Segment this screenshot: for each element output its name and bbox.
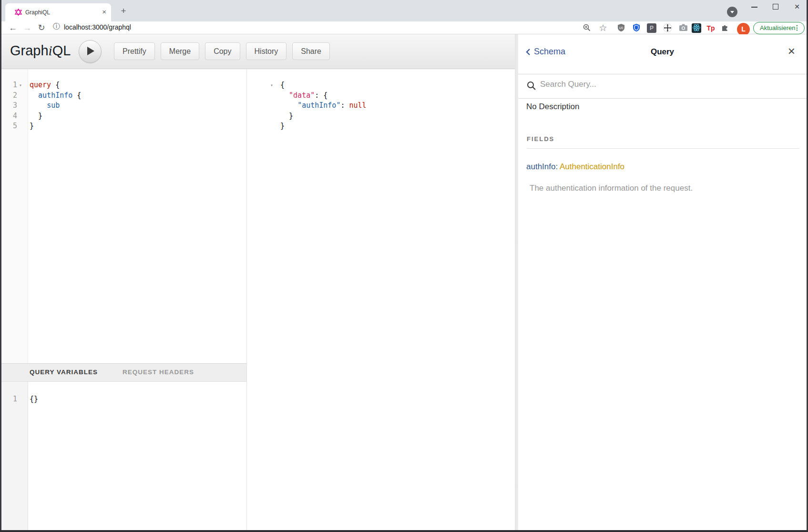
doc-search-input[interactable]: [539, 79, 789, 90]
code-line: "authInfo": null: [257, 101, 515, 111]
line-number: 5: [1, 121, 17, 132]
query-editor[interactable]: 1▾query {2 authInfo {3 sub4 }5}: [1, 69, 246, 363]
code-text: authInfo {: [24, 91, 81, 101]
field-separator: :: [555, 162, 560, 171]
line-number: 3: [1, 101, 17, 111]
line-number: 2: [1, 91, 17, 101]
play-icon: [87, 47, 94, 55]
execute-query-button[interactable]: [79, 40, 102, 63]
doc-close-icon[interactable]: ×: [788, 44, 795, 59]
fold-spacer: [268, 111, 275, 122]
react-devtools-icon[interactable]: [692, 23, 701, 33]
code-line: ▾{: [257, 80, 515, 91]
fold-spacer: [17, 91, 24, 101]
kebab-menu-icon[interactable]: ⋮: [794, 24, 800, 31]
window-frame: [0, 0, 1, 532]
fold-spacer: [17, 111, 24, 122]
fold-spacer: [268, 121, 275, 132]
code-line: 3 sub: [1, 101, 246, 111]
doc-panel-title: Query: [518, 47, 807, 57]
media-controls-icon[interactable]: [727, 7, 737, 17]
tab-title: GraphiQL: [25, 9, 50, 16]
code-line: 1{}: [1, 394, 246, 405]
code-line: 4 }: [1, 111, 246, 122]
tab-query-variables[interactable]: QUERY VARIABLES: [30, 368, 98, 376]
search-icon: [527, 81, 536, 91]
window-minimize-button[interactable]: [748, 0, 761, 14]
doc-explorer-header: Schema Query ×: [518, 34, 807, 74]
tampermonkey-extension-icon[interactable]: Tp: [706, 23, 716, 33]
toolbar-button-prettify[interactable]: Prettify: [114, 42, 155, 60]
browser-tab-graphiql[interactable]: GraphiQL ×: [5, 3, 111, 21]
window-close-button[interactable]: ×: [790, 0, 804, 14]
code-text: {}: [24, 394, 38, 405]
line-number: 1: [1, 394, 17, 405]
graphiql-topbar: GraphiQL PrettifyMergeCopyHistoryShare: [1, 34, 515, 69]
address-bar[interactable]: localhost:3000/graphql: [64, 23, 131, 31]
ublock-extension-icon[interactable]: U0: [616, 23, 626, 33]
line-number: 1: [1, 80, 17, 91]
zoom-page-icon[interactable]: [582, 23, 592, 33]
graphiql-app: GraphiQL PrettifyMergeCopyHistoryShare 1…: [1, 34, 807, 530]
code-line: 5}: [1, 121, 246, 132]
result-viewer[interactable]: ▾{ "data": { "authInfo": null }}: [257, 69, 515, 530]
code-text: }: [275, 121, 285, 132]
extensions-puzzle-icon[interactable]: [720, 23, 730, 33]
fields-heading: FIELDS: [527, 135, 554, 143]
window-maximize-button[interactable]: [769, 0, 782, 14]
code-text: }: [24, 121, 34, 132]
fields-divider: [527, 148, 799, 149]
doc-panel-divider[interactable]: [515, 34, 518, 530]
tab-request-headers[interactable]: REQUEST HEADERS: [123, 368, 194, 376]
code-text: query {: [24, 80, 60, 91]
fold-spacer: [17, 101, 24, 111]
code-text: sub: [24, 101, 60, 111]
code-line: }: [257, 111, 515, 122]
new-tab-button[interactable]: +: [117, 5, 130, 17]
update-extension-button[interactable]: Aktualisieren ⋮: [753, 22, 805, 34]
tab-close-icon[interactable]: ×: [102, 8, 106, 16]
code-text: }: [275, 111, 293, 122]
line-number: 4: [1, 111, 17, 122]
fold-arrow-icon[interactable]: ▾: [268, 80, 275, 91]
fold-arrow-icon[interactable]: ▾: [17, 80, 24, 91]
page-info-icon[interactable]: ⓘ: [53, 22, 60, 31]
toolbar-buttons: PrettifyMergeCopyHistoryShare: [114, 42, 330, 60]
browser-toolbar: ← → ↻ ⓘ localhost:3000/graphql ☆ U0 P Tp…: [1, 21, 807, 34]
toolbar-button-merge[interactable]: Merge: [161, 42, 199, 60]
field-type-link[interactable]: AuthenticationInfo: [560, 162, 624, 171]
svg-text:U0: U0: [619, 26, 624, 30]
toolbar-button-share[interactable]: Share: [292, 42, 330, 60]
graphiql-logo: GraphiQL: [10, 43, 71, 59]
pane-resize-handle[interactable]: [246, 69, 257, 530]
profile-avatar[interactable]: L: [737, 23, 750, 36]
code-text: "authInfo": null: [275, 101, 367, 111]
code-line: "data": {: [257, 91, 515, 101]
fold-spacer: [17, 394, 24, 405]
window-frame: [0, 530, 808, 532]
code-line: 2 authInfo {: [1, 91, 246, 101]
pocket-extension-icon[interactable]: P: [647, 23, 656, 33]
doc-explorer-panel: Schema Query × No Description FIELDS aut…: [518, 34, 807, 530]
variable-editor-titlebar: QUERY VARIABLES REQUEST HEADERS: [1, 363, 246, 382]
field-description: The authentication information of the re…: [530, 184, 693, 193]
toolbar-button-copy[interactable]: Copy: [205, 42, 240, 60]
browser-window: GraphiQL × + × ← → ↻ ⓘ localhost:3000/gr…: [0, 0, 808, 532]
crosshair-extension-icon[interactable]: [663, 23, 672, 33]
bookmark-star-icon[interactable]: ☆: [598, 23, 608, 33]
graphql-favicon-icon: [15, 9, 22, 16]
fold-spacer: [268, 101, 275, 111]
toolbar-button-history[interactable]: History: [246, 42, 287, 60]
reload-icon[interactable]: ↻: [36, 21, 47, 34]
code-text: }: [24, 111, 42, 122]
fold-spacer: [268, 91, 275, 101]
variables-editor[interactable]: 1{}: [1, 382, 246, 530]
forward-icon[interactable]: →: [21, 21, 33, 34]
field-row-authinfo: authInfo: AuthenticationInfo: [526, 162, 624, 172]
bitwarden-extension-icon[interactable]: [632, 23, 641, 33]
code-line: }: [257, 121, 515, 132]
field-name-link[interactable]: authInfo: [526, 162, 555, 171]
screenshot-camera-icon[interactable]: [678, 23, 688, 33]
back-icon[interactable]: ←: [7, 21, 19, 34]
code-text: {: [275, 80, 285, 91]
